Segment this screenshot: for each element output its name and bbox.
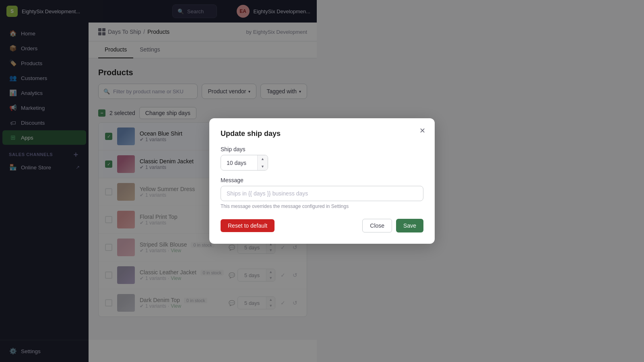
modal-overlay[interactable]: Update ship days ✕ Ship days ▲ ▼ Message… (0, 0, 644, 362)
modal-close-button[interactable]: ✕ (416, 125, 428, 137)
ship-days-up[interactable]: ▲ (258, 155, 268, 163)
message-hint: This message overrides the message confi… (221, 204, 423, 209)
ship-days-input[interactable] (221, 156, 257, 169)
message-input[interactable] (221, 186, 423, 201)
reset-to-default-button[interactable]: Reset to default (221, 219, 275, 232)
update-ship-days-modal: Update ship days ✕ Ship days ▲ ▼ Message… (209, 118, 435, 244)
modal-footer-right: Close Save (362, 219, 423, 232)
modal-title: Update ship days (221, 130, 423, 138)
message-label: Message (221, 177, 423, 183)
modal-footer: Reset to default Close Save (221, 219, 423, 232)
ship-days-down[interactable]: ▼ (258, 163, 268, 171)
message-field: Message This message overrides the messa… (221, 177, 423, 209)
ship-days-label: Ship days (221, 146, 423, 152)
save-button[interactable]: Save (396, 219, 423, 232)
close-button[interactable]: Close (362, 219, 392, 232)
ship-days-field: Ship days ▲ ▼ (221, 146, 423, 171)
ship-days-spinners: ▲ ▼ (257, 155, 268, 171)
ship-days-input-wrap: ▲ ▼ (221, 155, 268, 171)
